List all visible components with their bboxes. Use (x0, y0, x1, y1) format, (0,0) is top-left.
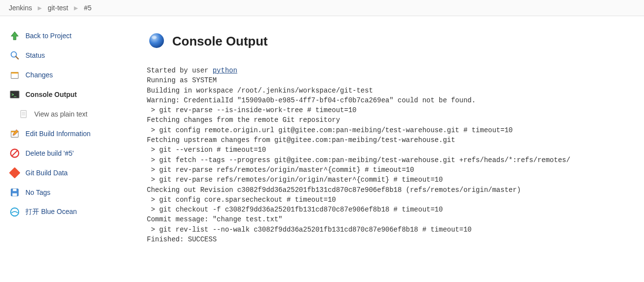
svg-point-19 (149, 33, 164, 48)
sidebar-item-status[interactable]: Status (9, 46, 142, 65)
document-icon (18, 108, 29, 120)
prohibit-icon (9, 147, 21, 159)
breadcrumb-item-job[interactable]: git-test (47, 4, 68, 12)
sidebar-item-label: Back to Project (25, 32, 71, 40)
svg-line-1 (16, 56, 18, 59)
sidebar-item-gitdata[interactable]: Git Build Data (9, 163, 142, 183)
breadcrumb-item-build[interactable]: #5 (84, 4, 92, 12)
sidebar-item-label: Status (25, 51, 45, 59)
sidebar-item-label: Edit Build Information (25, 130, 91, 138)
status-ball-icon (147, 31, 166, 52)
sidebar-item-delete[interactable]: Delete build '#5' (9, 143, 142, 163)
page-title: Console Output (172, 34, 268, 49)
console-user-link[interactable]: python (212, 67, 237, 74)
sidebar-item-blueocean[interactable]: 打开 Blue Ocean (9, 202, 142, 222)
sidebar-item-edit[interactable]: Edit Build Information (9, 124, 142, 143)
changes-icon (9, 69, 21, 81)
sidebar-item-back[interactable]: Back to Project (9, 26, 142, 46)
edit-icon (9, 128, 21, 140)
sidebar-item-label: Console Output (25, 91, 77, 98)
svg-rect-16 (12, 193, 17, 196)
up-arrow-icon (9, 30, 21, 42)
svg-text:>_: >_ (12, 92, 17, 97)
breadcrumb: Jenkins ▶ git-test ▶ #5 (0, 0, 644, 16)
breadcrumb-sep-icon: ▶ (74, 5, 78, 11)
breadcrumb-sep-icon: ▶ (38, 5, 42, 11)
svg-rect-14 (9, 167, 20, 178)
sidebar-item-label: 打开 Blue Ocean (25, 208, 77, 216)
terminal-icon: >_ (9, 89, 21, 100)
svg-rect-17 (13, 189, 16, 191)
sidebar-item-changes[interactable]: Changes (9, 65, 142, 85)
sidebar-item-label: Git Build Data (25, 169, 68, 177)
svg-rect-6 (21, 111, 26, 118)
sidebar-item-label: No Tags (25, 188, 50, 196)
main-content: Console Output Started by user pythonRun… (147, 16, 644, 254)
save-icon (9, 187, 21, 198)
console-output: Started by user pythonRunning as SYSTEMB… (147, 66, 634, 244)
sidebar-item-console[interactable]: >_ Console Output (9, 85, 142, 104)
sidebar-item-label: View as plain text (34, 110, 88, 118)
svg-point-20 (152, 36, 157, 39)
svg-line-13 (12, 151, 18, 156)
sidebar-item-plaintext[interactable]: View as plain text (9, 104, 142, 124)
sidebar-item-notags[interactable]: No Tags (9, 183, 142, 202)
sidebar-item-label: Delete build '#5' (25, 149, 74, 157)
blueocean-icon (9, 206, 21, 218)
svg-rect-3 (11, 72, 19, 74)
git-icon (9, 167, 21, 179)
breadcrumb-item-jenkins[interactable]: Jenkins (9, 4, 32, 12)
sidebar: Back to Project Status Changes >_ Consol… (0, 16, 147, 254)
magnifier-icon (9, 49, 21, 61)
sidebar-item-label: Changes (25, 71, 53, 79)
